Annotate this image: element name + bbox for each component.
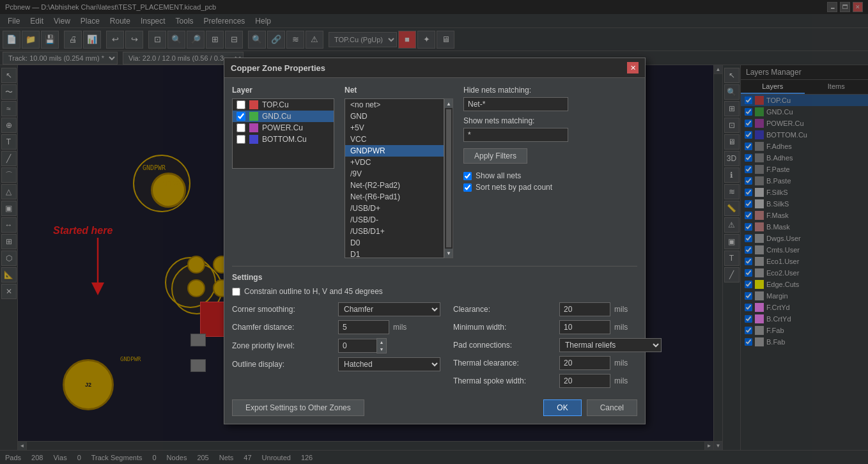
hide-nets-input[interactable] bbox=[463, 97, 568, 111]
net-scrollbar[interactable]: ▲ ▼ bbox=[444, 98, 453, 258]
net-r6-pad1[interactable]: Net-(R6-Pad1) bbox=[345, 191, 444, 203]
sort-by-pad-label: Sort nets by pad count bbox=[476, 183, 552, 192]
export-settings-btn[interactable]: Export Settings to Other Zones bbox=[232, 399, 364, 416]
thermal-clearance-row: Thermal clearance: mils bbox=[453, 356, 662, 370]
ok-btn[interactable]: OK bbox=[543, 399, 581, 416]
chamfer-distance-row: Chamfer distance: mils bbox=[232, 320, 440, 334]
layer-dlg-cb-gnd-cu[interactable] bbox=[236, 112, 245, 121]
dialog-top-section: Layer TOP.Cu GND.Cu bbox=[232, 86, 637, 258]
net-usb-d1p[interactable]: /USB/D1+ bbox=[345, 226, 444, 237]
net-scroll-wrapper: <no net> GND +5V VCC GNDPWR +VDC /9V Net… bbox=[345, 98, 453, 258]
dialog-close-btn[interactable]: ✕ bbox=[627, 62, 639, 73]
outline-display-label: Outline display: bbox=[232, 360, 334, 369]
net-scroll-thumb bbox=[446, 109, 451, 247]
filter-section: Hide nets matching: Show nets matching: … bbox=[463, 86, 637, 258]
layer-list-top-cu[interactable]: TOP.Cu bbox=[233, 99, 334, 111]
layer-listbox[interactable]: TOP.Cu GND.Cu POWER.Cu bbox=[232, 98, 334, 169]
constrain-cb[interactable] bbox=[232, 288, 240, 296]
zone-priority-label: Zone priority level: bbox=[232, 341, 334, 350]
zone-priority-input[interactable] bbox=[338, 339, 376, 353]
settings-left-col: Corner smoothing: Chamfer None Fillet Ch… bbox=[232, 302, 440, 392]
outline-display-select[interactable]: Hatched Line Fully hatched bbox=[338, 357, 440, 371]
clearance-row: Clearance: mils bbox=[453, 302, 662, 316]
layer-dlg-name-power-cu: POWER.Cu bbox=[262, 123, 303, 132]
clearance-label: Clearance: bbox=[453, 305, 555, 314]
net-vcc[interactable]: VCC bbox=[345, 134, 444, 145]
dialog-titlebar: Copper Zone Properties ✕ bbox=[224, 58, 645, 78]
net-9v[interactable]: /9V bbox=[345, 168, 444, 180]
layer-dlg-name-gnd-cu: GND.Cu bbox=[262, 112, 291, 121]
net-usb-dp[interactable]: /USB/D+ bbox=[345, 203, 444, 214]
ok-cancel-group: OK Cancel bbox=[543, 399, 637, 416]
net-d1[interactable]: D1 bbox=[345, 249, 444, 258]
settings-title: Settings bbox=[232, 273, 637, 282]
apply-filters-btn[interactable]: Apply Filters bbox=[463, 148, 527, 164]
constrain-row: Constrain outline to H, V and 45 degrees bbox=[232, 287, 637, 296]
net-no-net[interactable]: <no net> bbox=[345, 99, 444, 111]
sort-by-pad-cb[interactable] bbox=[463, 183, 472, 192]
pad-connections-select[interactable]: Thermal reliefs Solid None bbox=[559, 338, 662, 352]
zone-priority-row: Zone priority level: ▲ ▼ bbox=[232, 338, 440, 353]
layer-dlg-dot-top-cu bbox=[249, 100, 258, 109]
pad-connections-row: Pad connections: Thermal reliefs Solid N… bbox=[453, 338, 662, 352]
layer-dlg-cb-top-cu[interactable] bbox=[236, 100, 245, 109]
layer-dlg-dot-bottom-cu bbox=[249, 135, 258, 144]
net-listbox[interactable]: <no net> GND +5V VCC GNDPWR +VDC /9V Net… bbox=[345, 98, 444, 258]
net-usb-dm[interactable]: /USB/D- bbox=[345, 214, 444, 226]
layer-dlg-cb-bottom-cu[interactable] bbox=[236, 135, 245, 144]
net-scroll-up[interactable]: ▲ bbox=[445, 99, 453, 108]
show-all-nets-cb[interactable] bbox=[463, 172, 472, 180]
constrain-label: Constrain outline to H, V and 45 degrees bbox=[244, 287, 383, 296]
min-width-input[interactable] bbox=[559, 320, 610, 334]
modal-overlay: Copper Zone Properties ✕ Layer TOP.Cu bbox=[0, 0, 868, 464]
layer-list-power-cu[interactable]: POWER.Cu bbox=[233, 122, 334, 134]
show-nets-input[interactable] bbox=[463, 128, 568, 142]
spacer bbox=[463, 164, 637, 171]
layer-section: Layer TOP.Cu GND.Cu bbox=[232, 86, 334, 258]
thermal-clearance-label: Thermal clearance: bbox=[453, 359, 555, 367]
pad-connections-label: Pad connections: bbox=[453, 341, 555, 350]
net-gnd[interactable]: GND bbox=[345, 111, 444, 122]
layer-list-gnd-cu[interactable]: GND.Cu bbox=[233, 111, 334, 122]
outline-display-row: Outline display: Hatched Line Fully hatc… bbox=[232, 357, 440, 371]
thermal-spoke-unit: mils bbox=[614, 376, 628, 385]
sort-by-pad-row: Sort nets by pad count bbox=[463, 183, 637, 192]
zone-priority-down[interactable]: ▼ bbox=[377, 346, 386, 353]
cancel-btn[interactable]: Cancel bbox=[587, 399, 637, 416]
chamfer-distance-input[interactable] bbox=[338, 320, 389, 334]
hide-nets-group: Hide nets matching: bbox=[463, 86, 637, 111]
net-d0[interactable]: D0 bbox=[345, 237, 444, 249]
copper-zone-dialog: Copper Zone Properties ✕ Layer TOP.Cu bbox=[224, 58, 646, 424]
thermal-spoke-input[interactable] bbox=[559, 374, 610, 388]
hide-nets-label: Hide nets matching: bbox=[463, 86, 637, 95]
corner-smoothing-select[interactable]: Chamfer None Fillet bbox=[338, 302, 440, 316]
thermal-clearance-input[interactable] bbox=[559, 356, 610, 370]
min-width-label: Minimum width: bbox=[453, 323, 555, 332]
net-r2-pad2[interactable]: Net-(R2-Pad2) bbox=[345, 180, 444, 191]
chamfer-distance-label: Chamfer distance: bbox=[232, 323, 334, 332]
layer-dlg-name-top-cu: TOP.Cu bbox=[262, 100, 289, 109]
dialog-bottom-buttons: Export Settings to Other Zones OK Cancel bbox=[232, 392, 637, 416]
layer-section-label: Layer bbox=[232, 86, 334, 95]
net-section-label: Net bbox=[345, 86, 453, 95]
thermal-clearance-unit: mils bbox=[614, 359, 628, 367]
net-gndpwr[interactable]: GNDPWR bbox=[345, 145, 444, 157]
clearance-input[interactable] bbox=[559, 302, 610, 316]
layer-dlg-cb-power-cu[interactable] bbox=[236, 123, 245, 132]
net-vdc[interactable]: +VDC bbox=[345, 157, 444, 168]
net-scroll-down[interactable]: ▼ bbox=[445, 249, 453, 258]
min-width-unit: mils bbox=[614, 323, 628, 332]
net-5v[interactable]: +5V bbox=[345, 122, 444, 134]
corner-smoothing-row: Corner smoothing: Chamfer None Fillet bbox=[232, 302, 440, 316]
show-all-nets-label: Show all nets bbox=[476, 171, 521, 180]
thermal-spoke-row: Thermal spoke width: mils bbox=[453, 374, 662, 388]
layer-list-bottom-cu[interactable]: BOTTOM.Cu bbox=[233, 134, 334, 145]
layer-dlg-dot-gnd-cu bbox=[249, 112, 258, 121]
dialog-title: Copper Zone Properties bbox=[231, 63, 325, 73]
show-nets-label: Show nets matching: bbox=[463, 116, 637, 125]
dialog-body: Layer TOP.Cu GND.Cu bbox=[224, 78, 645, 424]
min-width-row: Minimum width: mils bbox=[453, 320, 662, 334]
show-nets-group: Show nets matching: bbox=[463, 116, 637, 142]
zone-priority-up[interactable]: ▲ bbox=[377, 339, 386, 346]
zone-priority-spinner: ▲ ▼ bbox=[338, 338, 387, 353]
